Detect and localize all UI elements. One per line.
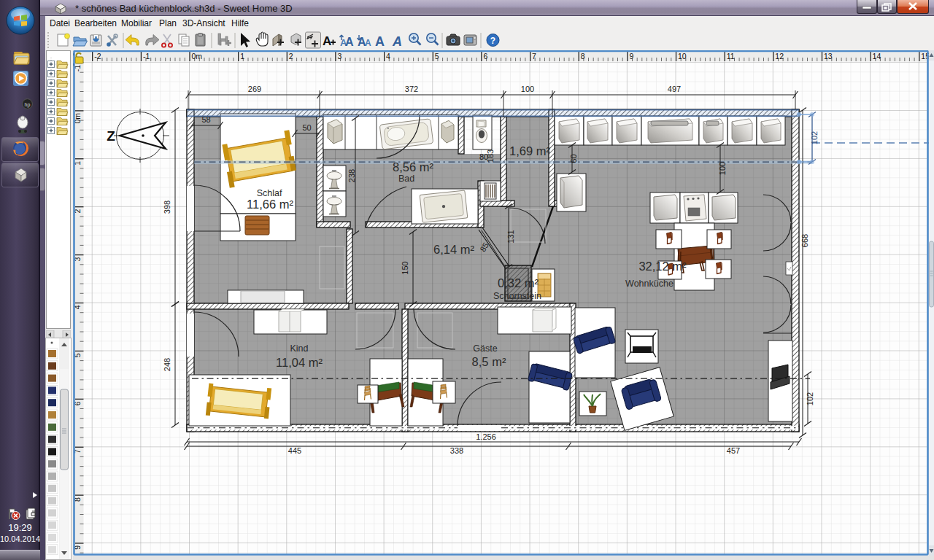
svg-text:-2: -2 [94,52,101,61]
svg-text:1.256: 1.256 [476,432,496,441]
svg-text:?: ? [490,36,495,46]
svg-text:668: 668 [800,234,809,247]
svg-text:Schornstein: Schornstein [493,291,541,301]
svg-text:497: 497 [668,85,681,93]
svg-text:238: 238 [347,169,356,182]
svg-text:-1: -1 [143,52,150,61]
svg-text:183: 183 [486,149,495,163]
svg-text:1,69 m²: 1,69 m² [509,144,550,158]
svg-text:Kind: Kind [290,343,308,354]
svg-text:150: 150 [401,261,409,274]
svg-text:445: 445 [288,446,301,455]
svg-text:11: 11 [727,52,735,61]
svg-text:457: 457 [727,446,740,455]
svg-text:Wohnküche: Wohnküche [625,279,674,289]
svg-text:A: A [345,36,354,48]
svg-text:A: A [323,34,331,48]
svg-text:3: 3 [337,52,341,61]
svg-text:A: A [365,38,371,48]
svg-text:6: 6 [483,52,487,61]
svg-text:8,5 m²: 8,5 m² [472,355,506,368]
svg-text:14: 14 [873,52,881,61]
svg-text:7: 7 [532,52,536,61]
svg-text:269: 269 [248,85,261,93]
svg-text:8,56 m²: 8,56 m² [393,160,433,174]
svg-text:12: 12 [775,52,784,61]
svg-text:0,32 m²: 0,32 m² [498,276,539,289]
svg-text:13: 13 [824,52,833,61]
svg-text:2: 2 [289,52,293,61]
svg-text:8: 8 [581,52,585,61]
svg-text:A: A [392,34,402,49]
svg-text:338: 338 [450,446,463,455]
svg-text:60: 60 [569,154,578,163]
svg-text:50: 50 [302,123,311,132]
svg-text:9: 9 [629,52,633,61]
svg-text:372: 372 [405,85,418,93]
svg-text:0m: 0m [192,52,203,61]
svg-text:Gäste: Gäste [473,343,497,354]
svg-text:102: 102 [806,392,814,405]
svg-text:Z: Z [107,128,115,144]
svg-text:100: 100 [718,162,727,175]
svg-text:6,14 m²: 6,14 m² [433,243,474,256]
svg-text:4: 4 [386,52,390,61]
svg-text:Bad: Bad [398,174,414,184]
svg-text:5: 5 [435,52,439,61]
svg-text:A: A [375,34,385,49]
svg-text:398: 398 [163,201,171,214]
svg-text:Schlaf: Schlaf [257,188,282,198]
svg-text:10: 10 [678,52,687,61]
svg-text:1: 1 [240,52,244,61]
svg-text:131: 131 [506,230,515,243]
svg-text:58: 58 [201,115,210,124]
svg-text:11,04 m²: 11,04 m² [276,356,323,369]
svg-text:248: 248 [163,358,171,371]
svg-text:32,12 m²: 32,12 m² [638,260,687,273]
svg-text:102: 102 [810,131,819,144]
svg-text:11,66 m²: 11,66 m² [247,198,293,211]
svg-text:100: 100 [521,85,534,93]
svg-text:hp: hp [25,102,31,108]
